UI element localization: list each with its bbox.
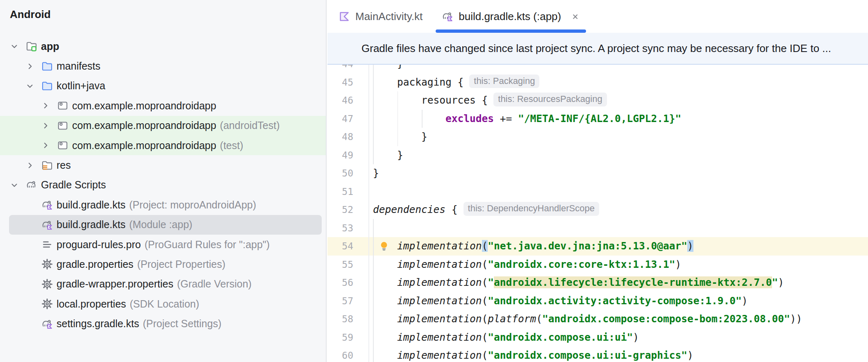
code-line-44[interactable]: 44 } — [327, 65, 868, 73]
chevron-down-icon[interactable] — [9, 180, 20, 190]
code-segment: implementation — [397, 349, 482, 361]
tree-item-suffix: (SDK Location) — [130, 298, 200, 310]
tree-item-res[interactable]: res — [0, 155, 326, 175]
line-number: 53 — [327, 219, 353, 238]
code-line-57[interactable]: 57 implementation("androidx.activity:act… — [327, 292, 868, 310]
chevron-down-icon[interactable] — [9, 41, 20, 52]
folder-blue-icon — [41, 60, 53, 72]
tree-item-gradle-wrapper-properties[interactable]: gradle-wrapper.properties(Gradle Version… — [0, 274, 326, 294]
editor-tab-mainactivity-kt[interactable]: MainActivity.kt — [332, 0, 428, 33]
info-icon — [343, 42, 355, 54]
code-line-48[interactable]: 48 } — [327, 128, 868, 146]
code-segment: implementation — [397, 313, 482, 325]
chevron-spacer — [25, 299, 35, 309]
chevron-right-icon[interactable] — [40, 100, 51, 111]
code-line-54[interactable]: 54 implementation("net.java.dev.jna:jna:… — [327, 237, 868, 256]
code-text: implementation("net.java.dev.jna:jna:5.1… — [373, 237, 693, 256]
code-segment: "androidx.compose.ui:ui-graphics" — [488, 349, 687, 361]
chevron-down-icon[interactable] — [25, 81, 35, 91]
code-line-59[interactable]: 59 implementation("androidx.compose.ui:u… — [327, 328, 868, 347]
code-segment: " — [772, 276, 778, 288]
code-line-47[interactable]: 47 excludes += "/META-INF/{AL2.0,LGPL2.1… — [327, 110, 868, 128]
tree-item-proguard-rules-pro[interactable]: proguard-rules.pro(ProGuard Rules for ":… — [0, 235, 326, 254]
tree-item-com-example-moproandroidapp[interactable]: com.example.moproandroidapp(test) — [0, 136, 326, 155]
code-line-51[interactable]: 51 — [327, 183, 868, 201]
chevron-right-icon[interactable] — [40, 120, 51, 131]
code-segment: } — [373, 65, 403, 70]
line-number: 48 — [327, 128, 353, 146]
code-line-45[interactable]: 45 packaging {this: Packaging — [327, 73, 868, 92]
tree-item-manifests[interactable]: manifests — [0, 56, 326, 76]
folder-blue-icon — [41, 80, 53, 92]
code-line-55[interactable]: 55 implementation("androidx.core:core-kt… — [327, 256, 868, 274]
tree-item-kotlin-java[interactable]: kotlin+java — [0, 76, 326, 96]
folder-res-icon — [41, 159, 53, 172]
code-segment: implementation — [397, 258, 482, 270]
line-number: 56 — [327, 274, 353, 292]
tree-item-build-gradle-kts[interactable]: build.gradle.kts(Module :app) — [9, 215, 322, 235]
code-segment — [373, 313, 397, 325]
gradle-sync-banner: Gradle files have changed since last pro… — [327, 33, 868, 65]
code-segment: ( — [482, 240, 488, 252]
code-segment: "/META-INF/{AL2.0,LGPL2.1}" — [518, 113, 681, 124]
chevron-right-icon[interactable] — [25, 61, 35, 72]
line-number: 52 — [327, 201, 353, 219]
line-number: 46 — [327, 91, 353, 110]
tree-item-label: local.properties — [57, 298, 126, 310]
editor-tab-build-gradle-kts-app-[interactable]: build.gradle.kts (:app) — [436, 0, 586, 33]
code-editor[interactable]: 44 }45 packaging {this: Packaging46 reso… — [327, 65, 868, 362]
code-line-50[interactable]: 50} — [327, 164, 868, 183]
close-icon[interactable] — [570, 11, 580, 22]
code-segment: "androidx.compose.ui:ui" — [488, 331, 633, 343]
code-line-56[interactable]: 56 implementation("androidx.lifecycle:li… — [327, 274, 868, 292]
chevron-right-icon[interactable] — [25, 160, 35, 171]
code-text: resources {this: ResourcesPackaging — [373, 91, 607, 110]
package-icon — [57, 139, 69, 152]
project-view-selector[interactable]: Android — [10, 8, 65, 21]
code-segment: implementation — [397, 276, 482, 288]
chevron-right-icon[interactable] — [40, 140, 51, 151]
code-segment: implementation — [397, 331, 482, 343]
inlay-hint: this: Packaging — [469, 75, 539, 88]
code-segment: dependencies — [373, 204, 445, 215]
tree-item-app[interactable]: app — [0, 36, 326, 56]
line-number: 47 — [327, 110, 353, 128]
code-line-52[interactable]: 52dependencies {this: DependencyHandlerS… — [327, 201, 868, 219]
tab-label: MainActivity.kt — [355, 10, 423, 23]
indent-guide — [373, 219, 374, 238]
gradle-kts-icon — [41, 199, 53, 211]
chevron-spacer — [25, 319, 35, 329]
code-line-53[interactable]: 53 — [327, 219, 868, 238]
tree-item-gradle-scripts[interactable]: Gradle Scripts — [0, 175, 326, 195]
code-line-60[interactable]: 60 implementation("androidx.compose.ui:u… — [327, 346, 868, 362]
tree-item-suffix: (Project Settings) — [143, 318, 222, 330]
code-segment: ( — [482, 349, 488, 361]
tree-item-label: gradle.properties — [57, 258, 134, 270]
code-line-46[interactable]: 46 resources {this: ResourcesPackaging — [327, 91, 868, 110]
tree-item-com-example-moproandroidapp[interactable]: com.example.moproandroidapp(androidTest) — [0, 116, 326, 136]
tree-item-label: settings.gradle.kts — [57, 318, 139, 330]
line-number: 57 — [327, 292, 353, 310]
gradle-kts-icon — [41, 318, 53, 330]
tree-item-label: Gradle Scripts — [41, 179, 106, 191]
tree-item-suffix: (Project: moproAndroidApp) — [129, 199, 256, 211]
code-segment: ) — [633, 331, 639, 343]
tree-item-settings-gradle-kts[interactable]: settings.gradle.kts(Project Settings) — [0, 314, 326, 333]
code-line-49[interactable]: 49 } — [327, 146, 868, 165]
code-text: implementation("androidx.compose.ui:ui") — [373, 328, 639, 347]
code-segment: ) — [687, 240, 693, 252]
package-icon — [57, 100, 69, 112]
code-text: } — [373, 146, 403, 165]
code-segment: ) — [778, 276, 784, 288]
chevron-spacer — [25, 239, 35, 250]
tree-item-gradle-properties[interactable]: gradle.properties(Project Properties) — [0, 254, 326, 274]
code-lines: 44 }45 packaging {this: Packaging46 reso… — [327, 65, 868, 362]
tree-item-local-properties[interactable]: local.properties(SDK Location) — [0, 294, 326, 314]
line-number: 54 — [327, 237, 353, 256]
code-line-58[interactable]: 58 implementation(platform("androidx.com… — [327, 310, 868, 328]
line-number: 44 — [327, 65, 353, 73]
banner-text: Gradle files have changed since last pro… — [361, 42, 831, 55]
gradle-kts-icon — [41, 219, 53, 231]
tree-item-build-gradle-kts[interactable]: build.gradle.kts(Project: moproAndroidAp… — [0, 195, 326, 215]
tree-item-com-example-moproandroidapp[interactable]: com.example.moproandroidapp — [0, 96, 326, 115]
